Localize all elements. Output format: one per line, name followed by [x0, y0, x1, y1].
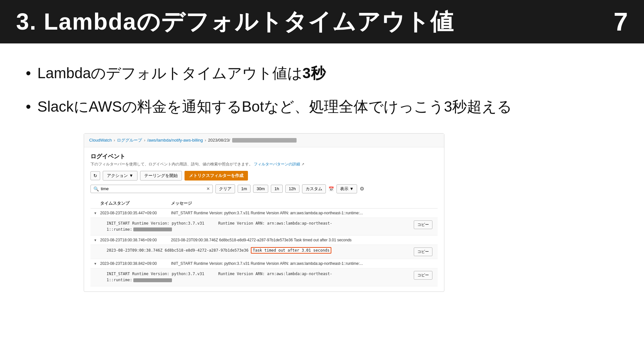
time-30m-button[interactable]: 30m: [253, 185, 268, 193]
row1-message: INIT_START Runtime Version: python:3.7.v…: [171, 211, 364, 215]
breadcrumb-log-groups[interactable]: ロググループ: [117, 137, 142, 143]
log-row-2: ▼ 2023-08-23T18:00:38.746+09:00 2023-08-…: [90, 236, 438, 259]
time-1m-button[interactable]: 1m: [238, 185, 251, 193]
search-input-wrapper: 🔍 ✕: [90, 185, 213, 193]
row2-message: 2023-08-23T09:00:38.746Z 6d8bc518-e8d9-4…: [171, 238, 364, 242]
log-row-1-expanded: INIT_START Runtime Version: python:3.7.v…: [90, 218, 438, 235]
log-row-3-main[interactable]: ▼ 2023-08-23T18:00:38.842+09:00 INIT_STA…: [90, 259, 438, 268]
display-button[interactable]: 表示 ▼: [336, 184, 357, 193]
bullet-item-2: • SlackにAWSの料金を通知するBotなど、処理全体でけっこう3秒超える: [26, 96, 618, 117]
time-1h-button[interactable]: 1h: [271, 185, 282, 193]
bullet-item-1: • Lambdaのデフォルトタイムアウト値は3秒: [26, 63, 618, 83]
timeout-highlight: Task timed out after 3.01 seconds: [251, 247, 331, 254]
cloudwatch-panel: CloudWatch › ロググループ › /aws/lambda/notify…: [84, 133, 444, 292]
bullet-text-2: SlackにAWSの料金を通知するBotなど、処理全体でけっこう3秒超える: [37, 96, 512, 117]
bullet-dot-2: •: [26, 96, 31, 117]
log-row-2-expanded: 2023-08-23T09:00:38.746Z 6d8bc518-e8d9-4…: [90, 245, 438, 259]
search-clear-icon[interactable]: ✕: [206, 186, 210, 191]
bullet-dot-1: •: [26, 63, 31, 83]
breadcrumb-blurred-id: [232, 138, 297, 143]
search-icon: 🔍: [93, 186, 99, 191]
breadcrumb-sep-2: ›: [144, 138, 145, 143]
header-message: メッセージ: [171, 200, 434, 206]
action-chevron-icon: ▼: [129, 173, 133, 178]
log-events-title: ログイベント: [90, 153, 438, 160]
slide-content: • Lambdaのデフォルトタイムアウト値は3秒 • SlackにAWSの料金を…: [0, 43, 644, 305]
log-row-1: ▼ 2023-08-23T18:00:35.447+09:00 INIT_STA…: [90, 209, 438, 236]
breadcrumb: CloudWatch › ロググループ › /aws/lambda/notify…: [84, 134, 444, 147]
row3-blurred: [133, 278, 172, 282]
log-row-1-main[interactable]: ▼ 2023-08-23T18:00:35.447+09:00 INIT_STA…: [90, 209, 438, 218]
filter-pattern-link[interactable]: フィルターパターンの詳細: [254, 162, 300, 166]
row3-timestamp: 2023-08-23T18:00:38.842+09:00: [100, 261, 171, 266]
metrics-filter-button[interactable]: メトリクスフィルターを作成: [185, 171, 248, 181]
slide-title: 3. Lambdaのデフォルトタイムアウト値: [16, 6, 454, 37]
breadcrumb-sep-1: ›: [114, 138, 115, 143]
cloudwatch-body: ログイベント 下のフィルターバーを使用して、ログイベント内の用語、語句、値の検索…: [84, 147, 444, 292]
row3-expanded-text: INIT_START Runtime Version: python:3.7.v…: [107, 271, 407, 283]
breadcrumb-date: 2023/08/23/: [208, 138, 230, 143]
cw-toolbar: ↻ アクション ▼ テーリングを開始 メトリクスフィルターを作成: [90, 171, 438, 181]
row1-chevron: ▼: [94, 211, 97, 215]
clear-button[interactable]: クリア: [215, 184, 235, 193]
row3-copy-button[interactable]: コピー: [414, 271, 432, 280]
row3-chevron: ▼: [94, 262, 97, 265]
tailing-button[interactable]: テーリングを開始: [140, 171, 182, 181]
log-row-3-expanded: INIT_START Runtime Version: python:3.7.v…: [90, 268, 438, 286]
external-link-icon: ↗: [301, 162, 304, 166]
search-bar: 🔍 ✕ クリア 1m 30m 1h 12h カスタム 📅 表示 ▼ ⚙: [90, 184, 438, 193]
breadcrumb-lambda-path[interactable]: /aws/lambda/notify-aws-billing: [147, 138, 203, 143]
calendar-icon: 📅: [328, 186, 334, 191]
bullet-list: • Lambdaのデフォルトタイムアウト値は3秒 • SlackにAWSの料金を…: [26, 63, 618, 117]
row2-chevron: ▼: [94, 238, 97, 242]
row2-copy-button[interactable]: コピー: [414, 247, 432, 256]
row1-blurred: [133, 227, 172, 231]
log-row-3: ▼ 2023-08-23T18:00:38.842+09:00 INIT_STA…: [90, 259, 438, 286]
display-chevron-icon: ▼: [350, 186, 354, 191]
breadcrumb-cloudwatch[interactable]: CloudWatch: [89, 138, 112, 143]
time-custom-button[interactable]: カスタム: [302, 184, 326, 193]
time-12h-button[interactable]: 12h: [285, 185, 299, 193]
row1-timestamp: 2023-08-23T18:00:35.447+09:00: [100, 211, 171, 215]
log-events-desc: 下のフィルターバーを使用して、ログイベント内の用語、語句、値の検索や照合ができま…: [90, 162, 438, 167]
row2-timestamp: 2023-08-23T18:00:38.746+09:00: [100, 238, 171, 242]
action-button[interactable]: アクション ▼: [103, 171, 137, 181]
search-input[interactable]: [101, 186, 204, 191]
bullet-text-1: Lambdaのデフォルトタイムアウト値は3秒: [37, 63, 326, 83]
slide-number: 7: [614, 7, 628, 37]
breadcrumb-sep-3: ›: [205, 138, 206, 143]
table-header: タイムスタンプ メッセージ: [90, 199, 438, 209]
header-timestamp: タイムスタンプ: [100, 200, 171, 206]
row1-copy-button[interactable]: コピー: [414, 220, 432, 229]
refresh-button[interactable]: ↻: [90, 171, 100, 180]
row1-expanded-text: INIT_START Runtime Version: python:3.7.v…: [107, 220, 407, 233]
slide-header: 3. Lambdaのデフォルトタイムアウト値 7: [0, 0, 644, 43]
row3-message: INIT_START Runtime Version: python:3.7.v…: [171, 261, 364, 266]
settings-icon[interactable]: ⚙: [360, 186, 364, 192]
row2-expanded-text: 2023-08-23T09:00:38.746Z 6d8bc518-e8d9-4…: [107, 247, 407, 254]
log-row-2-main[interactable]: ▼ 2023-08-23T18:00:38.746+09:00 2023-08-…: [90, 236, 438, 245]
